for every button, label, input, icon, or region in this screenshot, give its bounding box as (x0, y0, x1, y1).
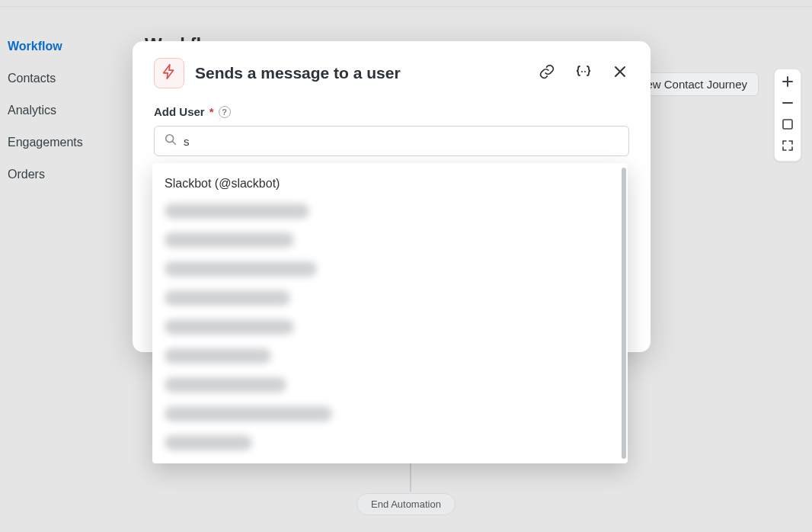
redacted-text (165, 377, 286, 393)
redacted-text (165, 232, 294, 248)
plus-icon (782, 75, 794, 91)
action-badge (154, 58, 184, 88)
svg-point-3 (166, 135, 174, 143)
fit-screen-button[interactable] (777, 115, 798, 136)
redacted-text (165, 406, 332, 421)
top-divider (0, 6, 812, 7)
sidebar: Workflow Contacts Analytics Engagements … (8, 30, 122, 191)
redacted-text (165, 290, 290, 306)
variables-button[interactable] (574, 64, 593, 82)
sidebar-item-orders[interactable]: Orders (8, 159, 122, 191)
svg-point-2 (584, 71, 586, 72)
modal-header: Sends a message to a user (154, 58, 629, 88)
svg-rect-0 (783, 120, 792, 129)
sidebar-item-analytics[interactable]: Analytics (8, 95, 122, 127)
sidebar-item-workflow[interactable]: Workflow (8, 30, 122, 62)
help-icon[interactable]: ? (219, 106, 231, 118)
suggestion-item-redacted[interactable] (152, 341, 625, 370)
zoom-panel (774, 69, 801, 162)
expand-icon (782, 139, 794, 155)
redacted-text (165, 261, 317, 277)
redacted-text (165, 319, 294, 335)
sidebar-item-contacts[interactable]: Contacts (8, 62, 122, 95)
suggestion-item-redacted[interactable] (152, 197, 625, 226)
field-label-text: Add User (154, 105, 205, 118)
close-icon (612, 64, 628, 82)
copy-link-button[interactable] (538, 64, 556, 82)
sidebar-item-engagements[interactable]: Engagements (8, 127, 122, 159)
frame-icon (782, 118, 794, 133)
fullscreen-button[interactable] (777, 136, 798, 158)
modal-title: Sends a message to a user (195, 64, 519, 82)
redacted-text (165, 204, 309, 219)
search-icon (164, 133, 177, 149)
braces-icon (574, 64, 593, 82)
redacted-text (165, 435, 252, 450)
end-automation-node[interactable]: End Automation (356, 493, 456, 515)
suggestion-item-slackbot[interactable]: Slackbot (@slackbot) (152, 171, 625, 197)
suggestion-item-redacted[interactable] (152, 226, 625, 255)
required-marker: * (209, 105, 214, 118)
user-suggestions-dropdown: Slackbot (@slackbot) (152, 163, 628, 463)
suggestion-item-redacted[interactable] (152, 312, 625, 341)
dropdown-scrollbar[interactable] (622, 168, 626, 459)
suggestion-item-redacted[interactable] (152, 370, 625, 399)
zoom-out-button[interactable] (777, 94, 798, 115)
lightning-icon (161, 63, 177, 83)
close-button[interactable] (611, 64, 629, 82)
user-search-field[interactable] (154, 126, 629, 156)
suggestion-item-redacted[interactable] (152, 399, 625, 428)
add-user-label: Add User * ? (154, 105, 629, 118)
suggestion-item-redacted[interactable] (152, 284, 625, 312)
svg-point-1 (581, 71, 583, 72)
minus-icon (782, 97, 794, 112)
redacted-text (165, 348, 271, 364)
suggestion-item-redacted[interactable] (152, 255, 625, 284)
suggestion-item-redacted[interactable] (152, 428, 625, 457)
user-search-input[interactable] (184, 135, 619, 148)
zoom-in-button[interactable] (777, 72, 798, 94)
link-icon (539, 63, 555, 83)
preview-contact-journey-button[interactable]: iew Contact Journey (632, 72, 759, 96)
